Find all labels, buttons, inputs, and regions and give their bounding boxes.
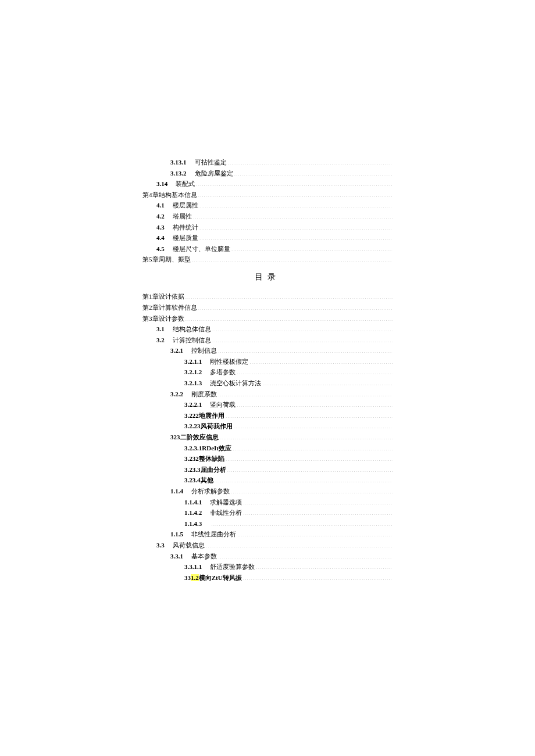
- toc-number: 4.4: [156, 233, 165, 243]
- toc-label: 舒适度验算参数: [210, 562, 255, 572]
- toc-number: 4.1: [156, 200, 165, 211]
- toc-entry: 3.2.1控制信息: [142, 346, 393, 356]
- toc-label: 结构总体信息: [173, 324, 211, 335]
- toc-number: 1.1.4.3: [184, 519, 202, 529]
- toc-label: 浇空心板计算方法: [210, 378, 261, 389]
- toc-entry: 1.1.5非线性屈曲分析: [142, 529, 393, 540]
- toc-number: 3.14: [156, 179, 167, 189]
- dot-leader: [233, 444, 393, 450]
- toc-entry: 3.3风荷载信息: [142, 540, 393, 551]
- dot-leader: [186, 292, 393, 299]
- dot-leader: [220, 433, 393, 439]
- toc-label: 刚性楼板假定: [210, 357, 248, 367]
- toc-entry: 3.2.1.3浇空心板计算方法: [142, 378, 393, 389]
- toc-entry: 3.2.23风荷我作用: [142, 421, 393, 432]
- document-page: 3.13.1可拈性鉴定3.13.2危险房屋鉴定3.14装配式第4章结构基本信息4…: [0, 0, 535, 630]
- toc-number: 3.2.1.3: [184, 378, 202, 389]
- toc-entry: 3.2.3.1RDeIt效应: [142, 443, 393, 454]
- toc-number: 4.5: [156, 244, 165, 255]
- toc-entry: 第1章设计依据: [142, 292, 393, 302]
- dot-leader: [243, 498, 393, 504]
- toc-entry: 第5章周期、振型: [142, 255, 393, 265]
- toc-number: 3.2.2: [170, 389, 183, 400]
- toc-label: 可拈性鉴定: [195, 157, 227, 168]
- dot-leader: [211, 519, 393, 526]
- toc-entry: 4.3构件统计: [142, 223, 393, 233]
- toc-label: 第5章周期、振型: [142, 255, 191, 265]
- toc-entry: 3.2计算控制信息: [142, 335, 393, 346]
- toc-number: 4.3: [156, 223, 165, 233]
- toc-label: 危险房屋鉴定: [195, 169, 233, 179]
- toc-label: 3.222地震作用: [184, 411, 224, 421]
- dot-leader: [228, 158, 393, 164]
- toc-number: 3.2.1.1: [184, 357, 202, 367]
- toc-label: 非线性屈曲分析: [191, 529, 236, 540]
- toc-label: 塔属性: [173, 212, 192, 222]
- toc-number: 3.3.1.1: [184, 562, 202, 572]
- toc-entry: 第3章设计参数: [142, 314, 393, 324]
- toc-label: 323二阶效应信息: [170, 432, 219, 443]
- dot-leader: [226, 454, 393, 461]
- dot-leader: [237, 368, 393, 374]
- dot-leader: [234, 169, 393, 175]
- dot-leader: [193, 212, 393, 218]
- toc-block-2: 第1章设计依据第2章计算软件信息第3章设计参数3.1结构总体信息3.2计算控制信…: [142, 292, 393, 583]
- toc-label: 控制信息: [191, 346, 217, 356]
- toc-label: 风荷载信息: [173, 540, 205, 551]
- dot-leader: [262, 379, 393, 385]
- toc-number: 3.2.1.2: [184, 367, 202, 378]
- dot-leader: [186, 314, 393, 321]
- dot-leader: [218, 552, 393, 558]
- dot-leader: [249, 357, 393, 364]
- toc-label: 基本参数: [191, 551, 217, 562]
- toc-entry: 3.3.1.1舒适度验算参数: [142, 562, 393, 572]
- dot-leader: [199, 234, 393, 240]
- toc-label: 第3章设计参数: [142, 314, 184, 324]
- toc-entry: 323二阶效应信息: [142, 432, 393, 443]
- toc-entry: 1.1.4.1求解器选项: [142, 497, 393, 508]
- toc-entry: 3.23.4其他: [142, 475, 393, 486]
- toc-label: 竖向荷载: [210, 400, 236, 410]
- toc-label: 多塔参数: [210, 367, 236, 378]
- toc-number: 331.2: [184, 573, 199, 583]
- toc-label: 3.2.3.1RDeIt效应: [184, 443, 231, 454]
- toc-number: 4.2: [156, 212, 165, 222]
- toc-label: 3.2.23风荷我作用: [184, 421, 233, 432]
- toc-entry: 3.2.2.1竖向荷载: [142, 400, 393, 410]
- toc-number: 3.3.1: [170, 551, 183, 562]
- toc-entry: 3.14装配式: [142, 179, 393, 189]
- toc-label: 3.23.4其他: [184, 475, 213, 486]
- toc-label: 横向ZtU转风振: [199, 573, 242, 583]
- toc-number: 3.3: [156, 540, 165, 551]
- dot-leader: [212, 336, 393, 342]
- dot-leader: [237, 400, 393, 407]
- toc-entry: 331.2横向ZtU转风振: [142, 573, 393, 583]
- toc-block-1: 3.13.1可拈性鉴定3.13.2危险房屋鉴定3.14装配式第4章结构基本信息4…: [142, 157, 393, 265]
- toc-entry: 1.1.4.2非线性分析: [142, 508, 393, 518]
- toc-entry: 3.2.1.2多塔参数: [142, 367, 393, 378]
- toc-label: 3.232整体缺陷: [184, 454, 224, 464]
- toc-label: 求解器选项: [210, 497, 242, 508]
- dot-leader: [199, 223, 393, 230]
- toc-label: 楼层尺寸、单位脑量: [173, 244, 230, 255]
- toc-number: 3.1: [156, 324, 165, 335]
- dot-leader: [231, 245, 393, 251]
- dot-leader: [206, 541, 393, 547]
- toc-number: 1.1.4: [170, 486, 183, 497]
- dot-leader: [198, 303, 393, 310]
- toc-label: 楼层属性: [173, 200, 198, 211]
- toc-number: 3.13.1: [170, 157, 187, 168]
- toc-entry: 3.2.2刚度系数: [142, 389, 393, 400]
- toc-label: 分析求解参数: [191, 486, 230, 497]
- toc-entry: 3.222地震作用: [142, 411, 393, 421]
- toc-heading: 目录: [142, 271, 393, 284]
- toc-label: 第2章计算软件信息: [142, 303, 197, 313]
- toc-label: 构件统计: [173, 223, 198, 233]
- toc-number: 1.1.5: [170, 529, 183, 540]
- toc-number: 1.1.4.1: [184, 497, 202, 508]
- dot-leader: [226, 411, 393, 418]
- toc-entry: 1.1.4.3: [142, 519, 393, 529]
- dot-leader: [198, 191, 393, 197]
- dot-leader: [227, 465, 393, 472]
- toc-number: 3.13.2: [170, 169, 187, 179]
